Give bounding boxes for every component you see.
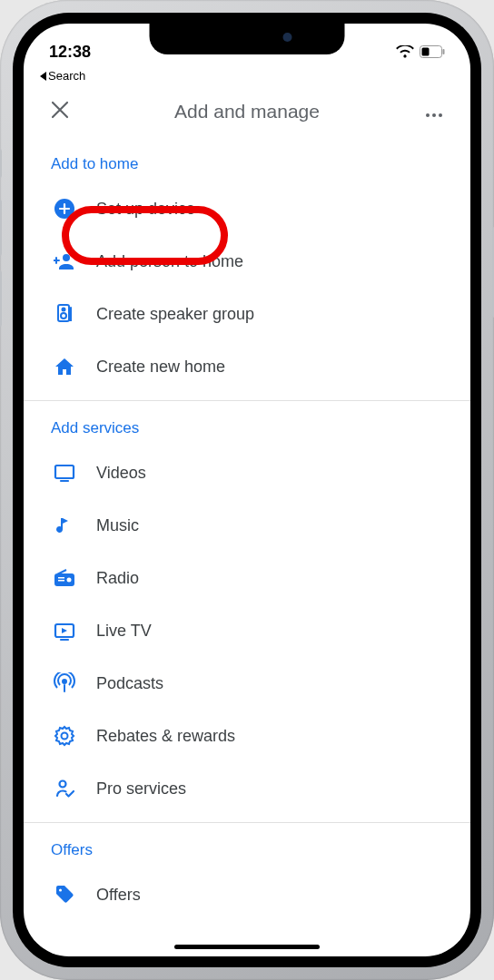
item-label: Set up device bbox=[96, 200, 195, 219]
content-scroll[interactable]: Add to home Set up device Add person to … bbox=[24, 141, 470, 956]
item-label: Create new home bbox=[96, 358, 225, 377]
item-videos[interactable]: Videos bbox=[51, 446, 443, 499]
speaker-group-icon bbox=[53, 302, 76, 326]
svg-point-17 bbox=[63, 680, 66, 683]
item-label: Music bbox=[96, 516, 139, 535]
rebates-icon bbox=[53, 724, 76, 748]
item-label: Rebates & rewards bbox=[96, 727, 235, 746]
item-set-up-device[interactable]: Set up device bbox=[51, 182, 443, 235]
header-bar: Add and manage bbox=[24, 88, 470, 141]
svg-point-7 bbox=[63, 254, 70, 261]
close-icon[interactable] bbox=[51, 99, 69, 124]
svg-rect-15 bbox=[58, 580, 64, 582]
wifi-icon bbox=[396, 45, 414, 59]
section-add-services: Add services bbox=[51, 405, 443, 446]
svg-point-9 bbox=[63, 309, 65, 311]
status-time: 12:38 bbox=[49, 43, 91, 62]
item-live-tv[interactable]: Live TV bbox=[51, 604, 443, 657]
pro-services-icon bbox=[53, 777, 76, 800]
item-label: Live TV bbox=[96, 622, 152, 641]
podcast-icon bbox=[53, 671, 76, 695]
item-offers[interactable]: Offers bbox=[51, 868, 443, 934]
volume-down bbox=[0, 270, 2, 327]
back-triangle-icon bbox=[40, 72, 46, 81]
svg-rect-14 bbox=[58, 577, 64, 579]
svg-point-19 bbox=[60, 781, 66, 788]
back-to-search[interactable]: Search bbox=[24, 67, 470, 88]
tv-icon bbox=[53, 461, 76, 485]
svg-point-4 bbox=[432, 113, 436, 117]
notch bbox=[150, 24, 345, 54]
item-radio[interactable]: Radio bbox=[51, 552, 443, 604]
svg-point-18 bbox=[62, 733, 68, 740]
live-tv-icon bbox=[53, 619, 76, 642]
item-create-home[interactable]: Create new home bbox=[51, 340, 443, 393]
item-label: Radio bbox=[96, 569, 139, 588]
battery-icon bbox=[420, 45, 445, 58]
silence-switch bbox=[0, 149, 2, 178]
item-music[interactable]: Music bbox=[51, 499, 443, 552]
svg-rect-2 bbox=[443, 49, 445, 54]
music-note-icon bbox=[53, 514, 76, 537]
section-add-to-home: Add to home bbox=[51, 141, 443, 182]
section-offers: Offers bbox=[51, 827, 443, 868]
svg-point-13 bbox=[67, 578, 72, 583]
svg-point-5 bbox=[439, 113, 442, 117]
divider bbox=[24, 822, 470, 823]
page-title: Add and manage bbox=[174, 101, 320, 122]
radio-icon bbox=[53, 566, 76, 590]
svg-rect-1 bbox=[422, 48, 430, 56]
back-label: Search bbox=[48, 69, 85, 83]
volume-up bbox=[0, 200, 2, 256]
svg-point-10 bbox=[61, 313, 66, 318]
person-plus-icon bbox=[53, 250, 76, 273]
item-add-person[interactable]: Add person to home bbox=[51, 235, 443, 288]
home-indicator[interactable] bbox=[174, 945, 320, 949]
svg-point-3 bbox=[426, 113, 430, 117]
item-label: Add person to home bbox=[96, 252, 243, 271]
svg-rect-11 bbox=[55, 466, 74, 478]
item-label: Videos bbox=[96, 464, 146, 483]
home-icon bbox=[53, 355, 76, 378]
item-label: Pro services bbox=[96, 779, 186, 799]
plus-circle-icon bbox=[53, 197, 76, 220]
item-label: Podcasts bbox=[96, 674, 163, 693]
more-icon[interactable] bbox=[425, 102, 443, 122]
divider bbox=[24, 400, 470, 401]
phone-frame: 12:38 Search Add an bbox=[0, 0, 494, 980]
tag-icon bbox=[53, 883, 76, 906]
item-label: Create speaker group bbox=[96, 305, 254, 324]
item-podcasts[interactable]: Podcasts bbox=[51, 657, 443, 710]
item-pro-services[interactable]: Pro services bbox=[51, 762, 443, 815]
item-rebates[interactable]: Rebates & rewards bbox=[51, 710, 443, 762]
item-speaker-group[interactable]: Create speaker group bbox=[51, 288, 443, 340]
item-label: Offers bbox=[96, 886, 141, 905]
